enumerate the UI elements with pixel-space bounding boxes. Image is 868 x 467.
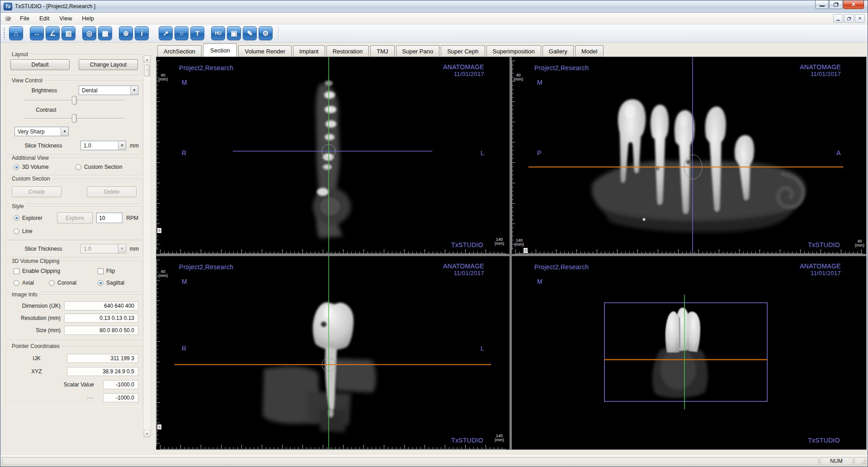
tab-super-pano[interactable]: Super Pano xyxy=(396,45,440,57)
scroll-up-icon[interactable]: ▲ xyxy=(144,56,151,63)
patient-label: Project2,Research xyxy=(179,64,233,71)
settings-icon[interactable]: ⚙ xyxy=(259,26,273,40)
scroll-down-icon[interactable]: ▼ xyxy=(144,430,151,437)
default-layout-button[interactable]: Default xyxy=(10,59,70,70)
menu-view[interactable]: View xyxy=(54,13,77,24)
enable-clipping-checkbox[interactable]: Enable Clipping xyxy=(14,268,98,274)
brand-label: ANATOMAGE11/01/2017 xyxy=(443,63,484,77)
clipped-row-value: -1000.0 xyxy=(103,393,138,402)
tab-gallery[interactable]: Gallery xyxy=(542,45,574,57)
resize-grip-icon[interactable] xyxy=(860,459,866,464)
tab-super-ceph[interactable]: Super Ceph xyxy=(441,45,485,57)
section-3-image xyxy=(156,256,509,449)
mdi-restore-icon xyxy=(847,18,850,20)
explore-button[interactable]: Explore xyxy=(57,212,93,224)
radio-axial[interactable]: Axial xyxy=(14,280,49,286)
radio-sagittal[interactable]: Sagittal xyxy=(98,280,138,286)
tab-volume-render[interactable]: Volume Render xyxy=(238,45,292,57)
tab-superimposition[interactable]: Superimposition xyxy=(486,45,541,57)
menu-file[interactable]: File xyxy=(15,13,34,24)
angle-measure-icon[interactable]: ∠ xyxy=(46,26,60,40)
flip-checkbox[interactable]: Flip xyxy=(98,268,138,274)
mdi-close-button[interactable]: × xyxy=(855,14,865,23)
delete-section-button[interactable]: Delete xyxy=(87,186,137,197)
custom-section-group: Custom Section Create Delete xyxy=(6,179,142,204)
mm-unit-label: mm xyxy=(130,246,139,252)
vertical-ruler xyxy=(156,260,160,446)
preset-dropdown[interactable]: Dental ▼ xyxy=(79,86,138,95)
information-icon[interactable]: i xyxy=(135,26,149,40)
orientation-left-label: P xyxy=(537,149,542,157)
slice-thickness2-dropdown[interactable]: 1.0 ▼ xyxy=(80,244,126,253)
ijk-value: 311 199 3 xyxy=(67,354,138,363)
tab-tmj[interactable]: TMJ xyxy=(370,45,394,57)
radio-3d-volume[interactable]: 3D Volume xyxy=(14,164,75,170)
capture-icon[interactable]: ▣ xyxy=(227,26,241,40)
clipping-group: 3D Volume Clipping Enable Clipping Flip … xyxy=(6,261,142,292)
change-layout-button[interactable]: Change Layout xyxy=(79,59,138,70)
mdi-minimize-button[interactable] xyxy=(833,14,843,23)
ruler-zero-box: 0 xyxy=(157,424,161,429)
viewport-grid: 40(mm) 0 140(mm) Project2,Research M ANA… xyxy=(156,57,867,450)
tab-implant[interactable]: Implant xyxy=(293,45,325,57)
home-icon[interactable]: ⌂ xyxy=(9,26,23,40)
tab-restoration[interactable]: Restoration xyxy=(326,45,369,57)
menu-help[interactable]: Help xyxy=(77,13,99,24)
orientation-left-label: R xyxy=(182,345,186,352)
brand-label: ANATOMAGE11/01/2017 xyxy=(443,262,484,276)
radio-coronal[interactable]: Coronal xyxy=(49,280,98,286)
brightness-slider[interactable] xyxy=(24,96,125,105)
custom-section-group-title: Custom Section xyxy=(10,176,52,182)
contrast-slider-thumb[interactable] xyxy=(72,114,77,123)
style-group: Style Explorer Explore RPM Line xyxy=(6,206,142,239)
contrast-slider[interactable] xyxy=(24,114,125,123)
section-2-image xyxy=(512,57,866,254)
sidebar-scrollbar[interactable]: ▲ ▼ xyxy=(143,55,151,438)
viewport-section-2[interactable]: 40(mm) 140(mm) 0 40(mm) Project2,Researc… xyxy=(512,57,866,254)
rpm-input[interactable] xyxy=(96,213,123,223)
circle-annotation-icon[interactable]: ○ xyxy=(175,26,189,40)
viewport-section-3[interactable]: 40(mm) 0 140(mm) Project2,Research M ANA… xyxy=(156,256,509,449)
create-section-button[interactable]: Create xyxy=(12,186,61,197)
orientation-right-label: A xyxy=(836,149,841,157)
sharpness-dropdown[interactable]: Very Sharp ▼ xyxy=(14,127,69,136)
text-annotation-icon[interactable]: T xyxy=(190,26,204,40)
draw-icon[interactable]: ✎ xyxy=(243,26,257,40)
image-info-group-title: Image Info xyxy=(10,291,39,298)
close-icon: ✕ xyxy=(851,2,856,7)
brand-label: ANATOMAGE11/01/2017 xyxy=(800,63,841,77)
mdi-restore-button[interactable] xyxy=(844,14,854,23)
reorient-icon[interactable]: ⊕ xyxy=(119,26,133,40)
resolution-value: 0.13 0.13 0.13 xyxy=(64,314,138,323)
radio-custom-section[interactable]: Custom Section xyxy=(75,164,138,170)
scrollbar-thumb[interactable] xyxy=(144,65,150,76)
brightness-slider-thumb[interactable] xyxy=(72,96,77,105)
radio-icon xyxy=(14,229,19,234)
minimize-button[interactable] xyxy=(815,0,829,9)
tab-archsection[interactable]: ArchSection xyxy=(157,45,202,57)
radio-line[interactable]: Line xyxy=(14,228,138,234)
menu-edit[interactable]: Edit xyxy=(34,13,54,24)
tab-model[interactable]: Model xyxy=(575,45,604,57)
layout-views-icon[interactable]: ▦ xyxy=(98,26,112,40)
viewport-section-1[interactable]: 40(mm) 0 140(mm) Project2,Research M ANA… xyxy=(156,57,509,254)
mdi-minimize-icon xyxy=(836,20,840,21)
arrow-annotation-icon[interactable]: ↗ xyxy=(159,26,173,40)
close-button[interactable]: ✕ xyxy=(843,0,864,9)
tab-section[interactable]: Section xyxy=(203,43,237,57)
distance-measure-icon[interactable]: ↔ xyxy=(30,26,44,40)
hu-measurement-icon[interactable]: HU xyxy=(211,26,225,40)
view-control-group: View Control Brightness Dental ▼ Contras… xyxy=(6,81,142,154)
slice-thickness-dropdown[interactable]: 1.0 ▼ xyxy=(80,141,126,150)
profile-measure-icon[interactable]: ▥ xyxy=(61,26,75,40)
layout-group-title: Layout xyxy=(10,51,30,57)
radio-explorer[interactable]: Explorer xyxy=(14,215,53,221)
viewport-3d-volume[interactable]: Project2,Research M ANATOMAGE11/01/2017 … xyxy=(512,256,866,449)
face-view-icon[interactable]: ◎ xyxy=(82,26,96,40)
restore-button[interactable] xyxy=(829,0,843,9)
slice-thickness-value: 1.0 xyxy=(81,143,118,149)
chevron-down-icon: ▼ xyxy=(118,141,126,150)
status-message-panel xyxy=(2,457,819,465)
toolbar-grip[interactable] xyxy=(4,28,5,39)
pointer-coordinates-group: Pointer Coordinates IJK 311 199 3 XYZ 38… xyxy=(6,346,142,407)
